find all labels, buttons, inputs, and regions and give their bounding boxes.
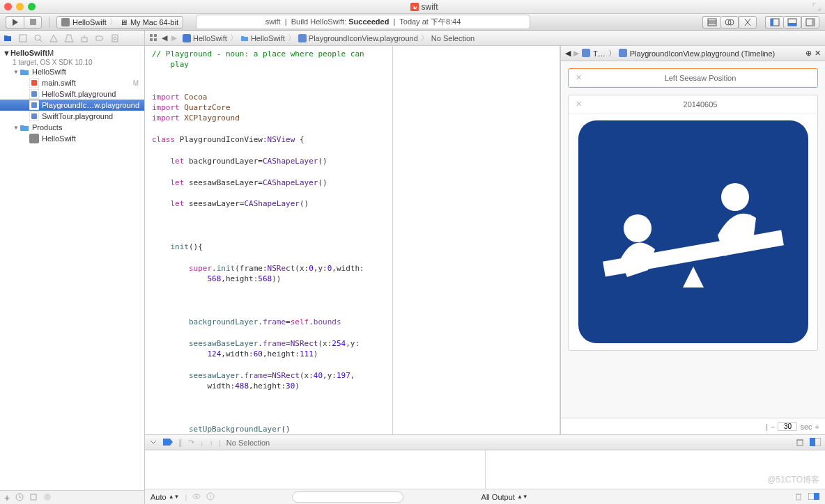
svg-rect-33: [31, 494, 36, 500]
svg-point-46: [721, 183, 749, 211]
debug-navigator-tab[interactable]: [79, 33, 89, 43]
timeline-jump-bar[interactable]: ◀ ▶ T… 〉 PlaygroundIconView.playground (…: [561, 46, 825, 61]
timeline-close-button[interactable]: ✕: [815, 49, 821, 58]
close-window-button[interactable]: [4, 3, 12, 10]
standard-editor-button[interactable]: [702, 16, 720, 29]
svg-rect-24: [31, 80, 37, 86]
tree-item[interactable]: main.swiftM: [0, 77, 144, 88]
timeline-add-button[interactable]: ⊕: [805, 49, 812, 58]
svg-rect-20: [112, 35, 118, 42]
quicklook-icon[interactable]: [192, 492, 201, 502]
filter-scm-icon[interactable]: [29, 493, 38, 503]
debug-toggle-button[interactable]: [149, 438, 157, 448]
project-subtitle: 1 target, OS X SDK 10.10: [0, 58, 144, 66]
toggle-navigator-button[interactable]: [765, 16, 783, 29]
svg-rect-36: [154, 34, 157, 37]
code-editor[interactable]: // Playground - noun: a place where peop…: [145, 46, 393, 434]
issue-navigator-tab[interactable]: [49, 33, 59, 43]
step-out-button[interactable]: ↑: [210, 439, 214, 447]
toggle-debug-button[interactable]: [783, 16, 801, 29]
scheme-dest-label: My Mac 64-bit: [130, 18, 178, 26]
console-trash-button[interactable]: [794, 492, 803, 502]
svg-rect-42: [619, 49, 627, 57]
version-editor-button[interactable]: [739, 16, 757, 29]
svg-point-16: [35, 35, 40, 40]
navigator-panel: ▼ HelloSwift M 1 target, OS X SDK 10.10 …: [0, 31, 145, 504]
debug-clear-button[interactable]: [796, 438, 804, 448]
playground-icon-preview: [578, 120, 808, 343]
tree-item[interactable]: HelloSwift: [0, 133, 144, 144]
svg-rect-39: [183, 34, 191, 42]
svg-rect-35: [150, 34, 153, 37]
console-output-selector[interactable]: All Output ▲▼: [481, 493, 528, 501]
variables-filter-input[interactable]: [292, 491, 403, 503]
svg-point-45: [624, 214, 651, 242]
timeline-duration-input[interactable]: [778, 422, 797, 431]
svg-rect-50: [810, 438, 815, 446]
traffic-lights: [4, 3, 36, 10]
svg-point-34: [44, 494, 51, 501]
tree-item[interactable]: ▼Products: [0, 122, 144, 133]
timeline-duration-minus[interactable]: −: [771, 423, 775, 431]
variables-scope-selector[interactable]: Auto ▲▼: [151, 493, 179, 501]
breakpoints-toggle-button[interactable]: [163, 439, 173, 447]
svg-rect-10: [771, 19, 773, 26]
forward-button[interactable]: ▶: [171, 33, 177, 43]
svg-text:i: i: [210, 494, 211, 500]
breakpoint-navigator-tab[interactable]: [95, 33, 105, 43]
window-title: swift: [422, 2, 438, 12]
debug-panel-toggle[interactable]: [810, 438, 821, 448]
toggle-utilities-button[interactable]: [801, 16, 819, 29]
print-description-icon[interactable]: i: [206, 492, 215, 502]
tree-item[interactable]: SwiftTour.playground: [0, 111, 144, 122]
scheme-dest-icon: 🖥: [120, 18, 128, 26]
test-navigator-tab[interactable]: [64, 33, 74, 43]
console-panel-toggle[interactable]: [808, 493, 819, 501]
tree-item[interactable]: ▼HelloSwift: [0, 66, 144, 77]
tree-item[interactable]: PlaygroundIc…w.playground: [0, 100, 144, 111]
back-button[interactable]: ◀: [162, 33, 167, 43]
filter-clear-icon[interactable]: [43, 493, 52, 503]
project-tree[interactable]: ▼ HelloSwift M 1 target, OS X SDK 10.10 …: [0, 46, 144, 490]
zoom-window-button[interactable]: [28, 3, 36, 10]
navigator-filter-bar: +: [0, 490, 144, 504]
related-items-icon[interactable]: [149, 33, 157, 43]
main-jump-bar[interactable]: ◀ ▶ HelloSwift〉 HelloSwift〉 PlaygroundIc…: [145, 31, 825, 46]
stop-button[interactable]: [24, 16, 42, 29]
svg-rect-37: [150, 38, 153, 41]
minimize-window-button[interactable]: [16, 3, 24, 10]
variables-view[interactable]: [145, 450, 486, 489]
continue-button[interactable]: ‖: [178, 438, 183, 447]
project-navigator-tab[interactable]: [3, 33, 13, 43]
close-icon[interactable]: ✕: [576, 100, 582, 109]
symbol-navigator-tab[interactable]: [18, 33, 28, 43]
timeline-card[interactable]: ✕20140605: [568, 95, 818, 351]
svg-rect-55: [796, 494, 801, 500]
timeline-card[interactable]: ✕Left Seesaw Position: [568, 68, 818, 88]
fullscreen-icon[interactable]: [812, 3, 821, 11]
report-navigator-tab[interactable]: [110, 33, 120, 43]
app-icon: [61, 18, 70, 26]
tree-item[interactable]: HelloSwift.playground: [0, 88, 144, 100]
project-root-row[interactable]: ▼ HelloSwift M: [0, 47, 144, 58]
step-over-button[interactable]: ↷: [188, 438, 194, 447]
timeline-back-button[interactable]: ◀: [565, 49, 571, 58]
svg-rect-47: [797, 440, 803, 446]
svg-marker-43: [683, 267, 704, 288]
step-into-button[interactable]: ↓: [200, 439, 204, 447]
timeline-duration-plus[interactable]: +: [815, 423, 819, 431]
assistant-editor-button[interactable]: [720, 16, 739, 29]
svg-line-17: [40, 40, 42, 42]
filter-recent-icon[interactable]: [15, 493, 24, 503]
add-target-button[interactable]: +: [4, 492, 10, 503]
scheme-selector[interactable]: HelloSwift 〉 🖥 My Mac 64-bit: [56, 16, 183, 29]
svg-rect-58: [814, 493, 819, 500]
svg-rect-31: [29, 134, 39, 143]
svg-rect-30: [31, 113, 37, 119]
close-icon[interactable]: ✕: [576, 73, 582, 82]
timeline-forward-button[interactable]: ▶: [573, 49, 579, 58]
window-titlebar: swift: [0, 0, 825, 14]
run-button[interactable]: [6, 16, 24, 29]
find-navigator-tab[interactable]: [33, 33, 43, 43]
svg-point-52: [196, 495, 198, 497]
